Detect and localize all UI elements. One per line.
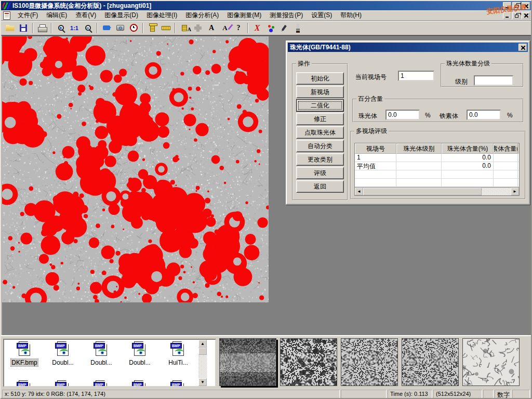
menu-item[interactable]: 图像分析(A) (181, 10, 223, 21)
close-button[interactable] (522, 2, 530, 9)
menu-item[interactable]: 查看(V) (71, 10, 100, 21)
restore-icon (515, 5, 518, 8)
video-camera-icon[interactable] (100, 22, 113, 34)
count-phases-icon[interactable] (264, 22, 277, 34)
menu-item[interactable]: 图像处理(I) (142, 10, 181, 21)
file-item[interactable]: BMP Doubl... (121, 341, 159, 366)
cursor-info: x: 510 y: 79 idx: 0 RGB: (174, 174, 174) (2, 390, 340, 399)
scrollbar-thumb[interactable] (363, 188, 482, 195)
pearlite-input[interactable] (385, 110, 420, 120)
document-icon[interactable] (3, 11, 10, 20)
print-icon[interactable] (35, 22, 49, 34)
app-logo-icon (3, 3, 11, 9)
scroll-up-icon[interactable]: ▲ (198, 340, 207, 348)
op-button[interactable]: 初始化 (296, 72, 344, 85)
file-browser-bar: BMP DKF.bmp BMP Doubl... (1, 335, 531, 388)
op-button[interactable]: 自动分类 (296, 140, 344, 152)
grid-cross-icon[interactable] (191, 22, 205, 34)
restore-button[interactable] (512, 2, 521, 9)
mdi-restore-button[interactable] (512, 12, 521, 19)
op-button[interactable]: 修正 (296, 113, 344, 125)
file-item[interactable]: BMP (121, 380, 159, 386)
file-list-scrollbar[interactable]: ▲ ▼ (198, 340, 207, 386)
menu-item[interactable]: 帮助(H) (336, 10, 366, 21)
file-item[interactable]: BMP HuiTi... (159, 341, 197, 366)
table-horizontal-scrollbar[interactable]: ◄ ► (355, 187, 519, 195)
menu-item[interactable]: 图像显示(D) (100, 10, 142, 21)
zoom-out-icon[interactable] (81, 22, 95, 34)
caliper-icon[interactable] (145, 22, 159, 34)
menu-item[interactable]: 文件(F) (14, 10, 42, 21)
column-header[interactable]: 铁素体含量(%) (494, 143, 518, 154)
text-annotate-icon[interactable]: A (205, 22, 218, 34)
actual-size-icon[interactable]: 1:1 (68, 22, 81, 34)
op-button[interactable]: 新视场 (296, 86, 344, 98)
mdi-close-button[interactable] (522, 12, 530, 19)
column-header[interactable]: 珠光体含量(%) (442, 143, 494, 154)
scroll-left-icon[interactable]: ◄ (355, 188, 363, 195)
ferrite-input[interactable] (467, 110, 501, 120)
thumbnail[interactable] (462, 338, 520, 386)
toolbar-separator (32, 23, 33, 33)
thumbnail[interactable] (341, 338, 398, 386)
dialog-title-bar[interactable]: 珠光体(GB/T9441-88) (288, 43, 528, 52)
menu-item[interactable]: 测量报告(P) (265, 10, 307, 21)
table-row[interactable]: 平均值 0.0 (355, 162, 519, 170)
file-name: DKF.bmp (11, 359, 37, 366)
op-button[interactable]: 更改类别 (296, 153, 344, 166)
op-button[interactable]: 点取珠光体 (296, 126, 344, 139)
file-name: Doubl... (128, 359, 151, 366)
dialog-close-button[interactable] (518, 44, 527, 51)
op-button[interactable]: 返回 (296, 180, 344, 193)
file-item[interactable]: BMP Doubl... (82, 341, 121, 366)
menu-bar: 文件(F)编辑(E)查看(V)图像显示(D)图像处理(I)图像分析(A)图像测量… (1, 10, 531, 21)
file-item[interactable]: BMP (159, 380, 197, 386)
save-icon[interactable] (17, 22, 30, 34)
table-row[interactable]: 1 0.0 (355, 154, 519, 162)
op-button[interactable]: 评级 (296, 167, 344, 179)
help-icon[interactable]: ? (232, 22, 245, 34)
file-item[interactable]: BMP (5, 380, 44, 386)
file-item[interactable]: BMP Doubl... (44, 341, 82, 366)
file-item[interactable]: BMP DKF.bmp (5, 341, 44, 366)
measure-text-icon[interactable]: A (178, 22, 191, 34)
file-item[interactable]: BMP (82, 380, 121, 386)
percent-legend: 百分含量 (356, 95, 384, 103)
toolbar-separator (51, 23, 52, 33)
thumbnail[interactable] (280, 338, 337, 386)
ruler-icon[interactable] (159, 22, 172, 34)
op-button[interactable]: 二值化 (296, 99, 344, 112)
brush-icon[interactable] (291, 22, 304, 34)
scrollbar-thumb[interactable] (198, 348, 207, 355)
capture-camera-icon[interactable] (113, 22, 127, 34)
minimize-icon (506, 17, 509, 18)
column-header[interactable]: 珠光体级别 (396, 143, 442, 154)
open-folder-icon[interactable] (3, 22, 17, 34)
pen-icon[interactable] (277, 22, 291, 34)
spline-curve-icon[interactable]: X (250, 22, 264, 34)
mdi-minimize-button[interactable] (503, 12, 511, 19)
toolbar-separator (142, 23, 143, 33)
multi-view-group: 多视场评级 视场号 珠光体级别 珠光体含量(%) 铁素体含量(%) 1 0.0 (350, 127, 526, 200)
file-item[interactable]: BMP (44, 380, 82, 386)
thumbnail[interactable] (219, 338, 276, 386)
column-header[interactable]: 视场号 (355, 143, 396, 154)
menu-item[interactable]: 图像测量(M) (223, 10, 265, 21)
scroll-right-icon[interactable]: ► (511, 188, 519, 195)
zoom-in-icon[interactable] (54, 22, 68, 34)
micrograph-canvas[interactable] (2, 36, 269, 302)
table-row-empty (355, 170, 519, 179)
menu-item[interactable]: 编辑(E) (42, 10, 71, 21)
edit-text-icon[interactable]: A (218, 22, 232, 34)
menu-item[interactable]: 设置(S) (307, 10, 336, 21)
timer-clock-icon[interactable] (127, 22, 140, 34)
current-field-label: 当前视场号 (355, 73, 387, 82)
file-list-box: BMP DKF.bmp BMP Doubl... (3, 339, 216, 387)
current-field-input[interactable] (398, 71, 434, 81)
thumbnail[interactable] (402, 338, 459, 386)
file-name: Doubl... (90, 359, 112, 366)
grade-input[interactable] (474, 75, 513, 86)
minimize-button[interactable] (503, 2, 511, 9)
scroll-down-icon[interactable]: ▼ (198, 378, 207, 386)
eye-icon (137, 349, 145, 354)
